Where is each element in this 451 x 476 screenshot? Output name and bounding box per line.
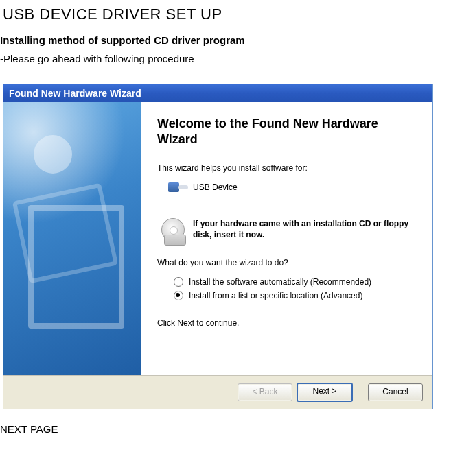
wizard-question: What do you want the wizard to do? — [157, 258, 420, 267]
next-page-label: NEXT PAGE — [0, 423, 451, 435]
device-name: USB Device — [193, 182, 238, 192]
radio-label: Install the software automatically (Reco… — [189, 277, 371, 287]
wizard-side-graphic — [3, 102, 141, 375]
usb-connector-icon — [168, 181, 187, 193]
radio-option-automatic[interactable]: Install the software automatically (Reco… — [174, 277, 420, 287]
window-titlebar[interactable]: Found New Hardware Wizard — [3, 84, 432, 102]
wizard-main-pane: Welcome to the Found New Hardware Wizard… — [141, 102, 432, 375]
click-next-text: Click Next to continue. — [157, 318, 420, 328]
device-row: USB Device — [168, 181, 420, 193]
next-button[interactable]: Next > — [297, 383, 353, 402]
window-title: Found New Hardware Wizard — [9, 88, 141, 99]
cd-hint-row: If your hardware came with an installati… — [161, 218, 420, 243]
radio-icon[interactable] — [174, 291, 183, 300]
back-button: < Back — [238, 383, 292, 401]
radio-icon[interactable] — [174, 277, 183, 287]
wizard-heading: Welcome to the Found New Hardware Wizard — [157, 116, 420, 148]
page-title: USB DEVICE DRIVER SET UP — [3, 5, 451, 23]
cd-hint-text: If your hardware came with an installati… — [193, 218, 420, 240]
radio-label: Install from a list or specific location… — [189, 291, 362, 300]
wizard-button-bar: < Back Next > Cancel — [3, 375, 432, 409]
radio-group: Install the software automatically (Reco… — [174, 277, 420, 300]
wizard-window: Found New Hardware Wizard Welcome to the… — [3, 84, 433, 409]
wizard-content: Welcome to the Found New Hardware Wizard… — [3, 102, 432, 375]
instruction-text: -Please go ahead with following procedur… — [0, 53, 451, 64]
document-page: USB DEVICE DRIVER SET UP Installing meth… — [0, 0, 451, 443]
section-subheading: Installing method of supported CD driver… — [0, 34, 451, 46]
cd-icon — [161, 218, 186, 243]
graphic-circle — [34, 135, 72, 174]
wizard-intro-text: This wizard helps you install software f… — [157, 163, 420, 173]
cancel-button[interactable]: Cancel — [368, 383, 423, 401]
graphic-glow — [3, 102, 141, 239]
radio-option-advanced[interactable]: Install from a list or specific location… — [174, 291, 420, 300]
